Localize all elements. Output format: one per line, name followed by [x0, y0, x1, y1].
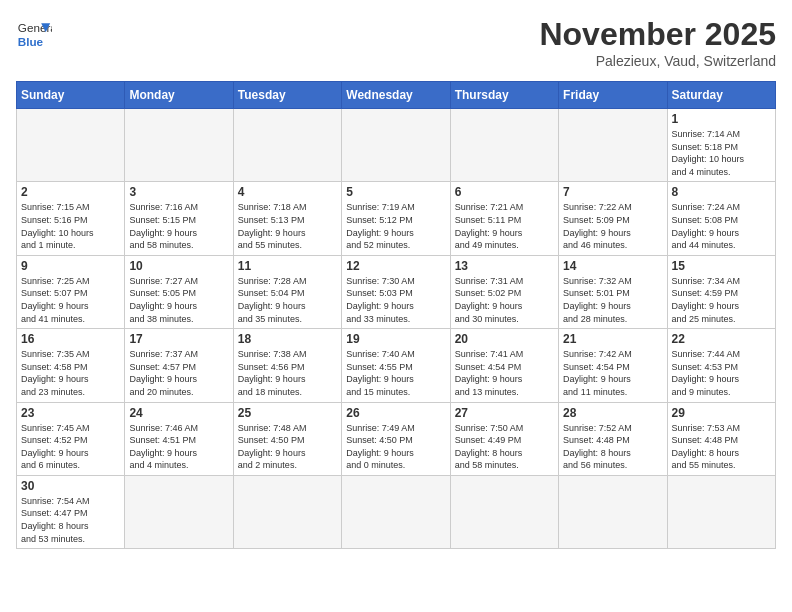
- day-number: 19: [346, 332, 445, 346]
- calendar-cell: 2Sunrise: 7:15 AM Sunset: 5:16 PM Daylig…: [17, 182, 125, 255]
- day-number: 26: [346, 406, 445, 420]
- calendar-cell: [125, 475, 233, 548]
- day-info: Sunrise: 7:40 AM Sunset: 4:55 PM Dayligh…: [346, 348, 445, 398]
- logo: General Blue: [16, 16, 52, 52]
- calendar-cell: 17Sunrise: 7:37 AM Sunset: 4:57 PM Dayli…: [125, 329, 233, 402]
- day-number: 21: [563, 332, 662, 346]
- calendar-cell: 14Sunrise: 7:32 AM Sunset: 5:01 PM Dayli…: [559, 255, 667, 328]
- calendar-cell: 25Sunrise: 7:48 AM Sunset: 4:50 PM Dayli…: [233, 402, 341, 475]
- weekday-header-friday: Friday: [559, 82, 667, 109]
- weekday-header-thursday: Thursday: [450, 82, 558, 109]
- day-info: Sunrise: 7:14 AM Sunset: 5:18 PM Dayligh…: [672, 128, 771, 178]
- day-info: Sunrise: 7:31 AM Sunset: 5:02 PM Dayligh…: [455, 275, 554, 325]
- calendar-cell: [17, 109, 125, 182]
- day-number: 2: [21, 185, 120, 199]
- day-number: 16: [21, 332, 120, 346]
- day-info: Sunrise: 7:44 AM Sunset: 4:53 PM Dayligh…: [672, 348, 771, 398]
- day-info: Sunrise: 7:18 AM Sunset: 5:13 PM Dayligh…: [238, 201, 337, 251]
- day-info: Sunrise: 7:38 AM Sunset: 4:56 PM Dayligh…: [238, 348, 337, 398]
- calendar-cell: 1Sunrise: 7:14 AM Sunset: 5:18 PM Daylig…: [667, 109, 775, 182]
- day-info: Sunrise: 7:41 AM Sunset: 4:54 PM Dayligh…: [455, 348, 554, 398]
- weekday-header-tuesday: Tuesday: [233, 82, 341, 109]
- day-info: Sunrise: 7:30 AM Sunset: 5:03 PM Dayligh…: [346, 275, 445, 325]
- calendar-cell: 7Sunrise: 7:22 AM Sunset: 5:09 PM Daylig…: [559, 182, 667, 255]
- day-info: Sunrise: 7:21 AM Sunset: 5:11 PM Dayligh…: [455, 201, 554, 251]
- calendar-cell: [667, 475, 775, 548]
- calendar-cell: [125, 109, 233, 182]
- calendar-table: SundayMondayTuesdayWednesdayThursdayFrid…: [16, 81, 776, 549]
- day-number: 22: [672, 332, 771, 346]
- day-info: Sunrise: 7:52 AM Sunset: 4:48 PM Dayligh…: [563, 422, 662, 472]
- weekday-header-sunday: Sunday: [17, 82, 125, 109]
- calendar-cell: [450, 109, 558, 182]
- location: Palezieux, Vaud, Switzerland: [539, 53, 776, 69]
- calendar-cell: [342, 109, 450, 182]
- title-block: November 2025 Palezieux, Vaud, Switzerla…: [539, 16, 776, 69]
- week-row-3: 9Sunrise: 7:25 AM Sunset: 5:07 PM Daylig…: [17, 255, 776, 328]
- day-info: Sunrise: 7:49 AM Sunset: 4:50 PM Dayligh…: [346, 422, 445, 472]
- page-header: General Blue November 2025 Palezieux, Va…: [16, 16, 776, 69]
- day-number: 23: [21, 406, 120, 420]
- calendar-cell: 28Sunrise: 7:52 AM Sunset: 4:48 PM Dayli…: [559, 402, 667, 475]
- week-row-4: 16Sunrise: 7:35 AM Sunset: 4:58 PM Dayli…: [17, 329, 776, 402]
- day-number: 29: [672, 406, 771, 420]
- calendar-cell: 12Sunrise: 7:30 AM Sunset: 5:03 PM Dayli…: [342, 255, 450, 328]
- weekday-header-monday: Monday: [125, 82, 233, 109]
- calendar-cell: [233, 475, 341, 548]
- calendar-cell: 22Sunrise: 7:44 AM Sunset: 4:53 PM Dayli…: [667, 329, 775, 402]
- day-number: 7: [563, 185, 662, 199]
- day-number: 24: [129, 406, 228, 420]
- day-number: 3: [129, 185, 228, 199]
- day-number: 30: [21, 479, 120, 493]
- calendar-cell: 19Sunrise: 7:40 AM Sunset: 4:55 PM Dayli…: [342, 329, 450, 402]
- day-info: Sunrise: 7:24 AM Sunset: 5:08 PM Dayligh…: [672, 201, 771, 251]
- calendar-cell: [233, 109, 341, 182]
- day-number: 20: [455, 332, 554, 346]
- day-number: 13: [455, 259, 554, 273]
- week-row-2: 2Sunrise: 7:15 AM Sunset: 5:16 PM Daylig…: [17, 182, 776, 255]
- day-info: Sunrise: 7:28 AM Sunset: 5:04 PM Dayligh…: [238, 275, 337, 325]
- week-row-1: 1Sunrise: 7:14 AM Sunset: 5:18 PM Daylig…: [17, 109, 776, 182]
- day-number: 10: [129, 259, 228, 273]
- day-info: Sunrise: 7:27 AM Sunset: 5:05 PM Dayligh…: [129, 275, 228, 325]
- day-number: 8: [672, 185, 771, 199]
- day-info: Sunrise: 7:42 AM Sunset: 4:54 PM Dayligh…: [563, 348, 662, 398]
- calendar-cell: 16Sunrise: 7:35 AM Sunset: 4:58 PM Dayli…: [17, 329, 125, 402]
- calendar-cell: 11Sunrise: 7:28 AM Sunset: 5:04 PM Dayli…: [233, 255, 341, 328]
- calendar-cell: 10Sunrise: 7:27 AM Sunset: 5:05 PM Dayli…: [125, 255, 233, 328]
- calendar-cell: 24Sunrise: 7:46 AM Sunset: 4:51 PM Dayli…: [125, 402, 233, 475]
- day-number: 25: [238, 406, 337, 420]
- day-number: 15: [672, 259, 771, 273]
- day-info: Sunrise: 7:22 AM Sunset: 5:09 PM Dayligh…: [563, 201, 662, 251]
- calendar-cell: [450, 475, 558, 548]
- day-info: Sunrise: 7:48 AM Sunset: 4:50 PM Dayligh…: [238, 422, 337, 472]
- day-info: Sunrise: 7:45 AM Sunset: 4:52 PM Dayligh…: [21, 422, 120, 472]
- day-info: Sunrise: 7:25 AM Sunset: 5:07 PM Dayligh…: [21, 275, 120, 325]
- calendar-cell: [342, 475, 450, 548]
- day-number: 5: [346, 185, 445, 199]
- calendar-cell: 21Sunrise: 7:42 AM Sunset: 4:54 PM Dayli…: [559, 329, 667, 402]
- calendar-cell: [559, 109, 667, 182]
- calendar-cell: 20Sunrise: 7:41 AM Sunset: 4:54 PM Dayli…: [450, 329, 558, 402]
- day-info: Sunrise: 7:32 AM Sunset: 5:01 PM Dayligh…: [563, 275, 662, 325]
- day-info: Sunrise: 7:35 AM Sunset: 4:58 PM Dayligh…: [21, 348, 120, 398]
- day-number: 12: [346, 259, 445, 273]
- svg-text:Blue: Blue: [18, 35, 44, 48]
- calendar-cell: 26Sunrise: 7:49 AM Sunset: 4:50 PM Dayli…: [342, 402, 450, 475]
- calendar-cell: 15Sunrise: 7:34 AM Sunset: 4:59 PM Dayli…: [667, 255, 775, 328]
- calendar-cell: [559, 475, 667, 548]
- calendar-cell: 5Sunrise: 7:19 AM Sunset: 5:12 PM Daylig…: [342, 182, 450, 255]
- day-number: 27: [455, 406, 554, 420]
- month-year: November 2025: [539, 16, 776, 53]
- day-info: Sunrise: 7:15 AM Sunset: 5:16 PM Dayligh…: [21, 201, 120, 251]
- day-number: 28: [563, 406, 662, 420]
- weekday-header-wednesday: Wednesday: [342, 82, 450, 109]
- week-row-5: 23Sunrise: 7:45 AM Sunset: 4:52 PM Dayli…: [17, 402, 776, 475]
- logo-icon: General Blue: [16, 16, 52, 52]
- day-number: 11: [238, 259, 337, 273]
- calendar-cell: 23Sunrise: 7:45 AM Sunset: 4:52 PM Dayli…: [17, 402, 125, 475]
- calendar-cell: 30Sunrise: 7:54 AM Sunset: 4:47 PM Dayli…: [17, 475, 125, 548]
- calendar-cell: 18Sunrise: 7:38 AM Sunset: 4:56 PM Dayli…: [233, 329, 341, 402]
- day-info: Sunrise: 7:53 AM Sunset: 4:48 PM Dayligh…: [672, 422, 771, 472]
- calendar-cell: 27Sunrise: 7:50 AM Sunset: 4:49 PM Dayli…: [450, 402, 558, 475]
